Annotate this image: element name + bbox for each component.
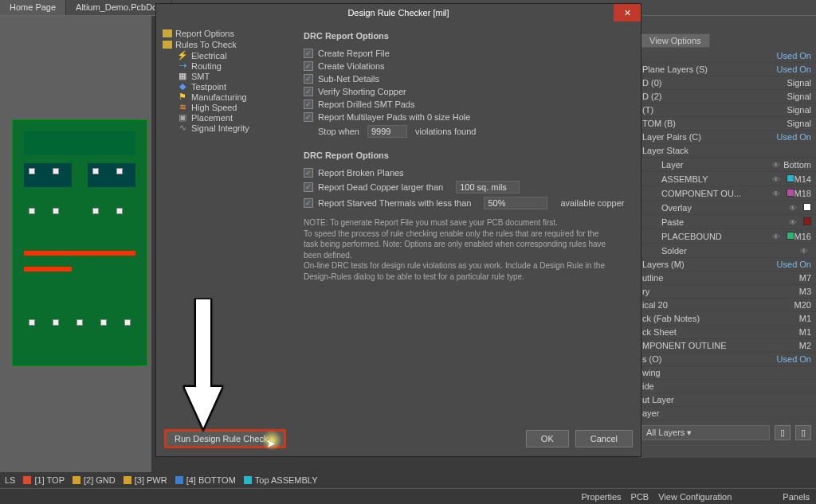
extra-item[interactable]: ayer — [642, 408, 659, 418]
eye-icon[interactable]: 👁 — [772, 189, 780, 198]
tree-report-options[interactable]: Report Options — [163, 28, 294, 39]
checkbox-create-report-file[interactable]: ✓ — [304, 49, 313, 58]
extra-item[interactable]: wing — [642, 368, 661, 377]
signal-label: Signal — [787, 105, 811, 115]
color-swatch — [175, 476, 183, 484]
group-t[interactable]: (T) — [642, 105, 653, 115]
tree-routing[interactable]: ⇢Routing — [163, 61, 294, 71]
tab-view-options[interactable]: View Options — [641, 33, 710, 48]
checkbox-report-multilayer[interactable]: ✓ — [304, 112, 313, 122]
eye-icon[interactable]: 👁 — [772, 175, 780, 184]
checkbox-report-drilled-smt[interactable]: ✓ — [304, 100, 313, 109]
extra-item[interactable]: ide — [642, 381, 654, 391]
color-swatch — [73, 476, 80, 484]
group-d0[interactable]: D (0) — [642, 78, 661, 88]
cursor-icon: ➤ — [266, 437, 276, 450]
misc-item[interactable]: ical 20 — [642, 300, 668, 310]
used-on-link[interactable]: Used On — [777, 51, 811, 61]
tree-signal-integrity[interactable]: ∿Signal Integrity — [163, 123, 294, 133]
status-bar: Properties PCB View Configuration Panels — [0, 488, 816, 504]
stack-item[interactable]: COMPONENT OU... — [661, 189, 741, 198]
ok-button[interactable]: OK — [526, 430, 569, 447]
checkbox-verify-shorting[interactable]: ✓ — [304, 87, 313, 96]
statusbar-view-config[interactable]: View Configuration — [658, 492, 732, 502]
close-button[interactable]: ✕ — [614, 4, 641, 21]
tree-testpoint[interactable]: ◆Testpoint — [163, 81, 294, 92]
folder-icon — [163, 29, 172, 37]
input-dead-copper-value[interactable]: 100 sq. mils — [456, 181, 520, 193]
group-layers-m[interactable]: Layers (M) — [642, 260, 685, 269]
layer-tab-pwr[interactable]: [3] PWR — [124, 475, 167, 485]
misc-item[interactable]: ry — [642, 287, 649, 296]
layer-set-action-2[interactable]: ▯ — [795, 425, 811, 440]
cancel-button[interactable]: Cancel — [575, 430, 633, 447]
color-swatch[interactable] — [803, 203, 811, 211]
statusbar-properties[interactable]: Properties — [581, 492, 621, 502]
run-drc-button[interactable]: Run Design Rule Check... ➤ — [164, 429, 286, 448]
input-starved-value[interactable]: 50% — [484, 197, 547, 209]
eye-icon[interactable]: 👁 — [772, 161, 780, 170]
label-available-copper: available copper — [560, 198, 624, 208]
note-text: NOTE: To generate Report File you must s… — [304, 211, 631, 282]
checkbox-report-starved-thermals[interactable]: ✓ — [304, 198, 313, 208]
used-on-link[interactable]: Used On — [777, 132, 811, 142]
layer-tab-gnd[interactable]: [2] GND — [73, 475, 116, 485]
layer-tab-bottom[interactable]: [4] BOTTOM — [175, 475, 236, 485]
extra-item[interactable]: ut Layer — [642, 395, 674, 404]
misc-item[interactable]: utline — [642, 273, 663, 283]
checkbox-subnet-details[interactable]: ✓ — [304, 74, 313, 84]
group-d2[interactable]: D (2) — [642, 92, 661, 101]
signal-icon: ∿ — [177, 123, 188, 133]
checkbox-report-broken-planes[interactable]: ✓ — [304, 168, 313, 178]
stack-item[interactable]: Overlay — [661, 203, 692, 213]
layer-set-select[interactable]: All Layers ▾ — [642, 425, 770, 440]
color-swatch[interactable] — [803, 217, 811, 225]
stack-item[interactable]: PLACEBOUND — [661, 232, 722, 241]
eye-icon[interactable]: 👁 — [772, 232, 780, 241]
routing-icon: ⇢ — [177, 61, 188, 71]
tree-placement[interactable]: ▣Placement — [163, 112, 294, 123]
input-stop-when-count[interactable]: 9999 — [367, 125, 407, 138]
dialog-titlebar[interactable]: Design Rule Checker [mil] ✕ — [156, 4, 641, 21]
color-swatch — [23, 476, 31, 484]
color-swatch[interactable] — [787, 232, 794, 240]
used-on-link[interactable]: Used On — [777, 354, 811, 364]
color-swatch[interactable] — [787, 189, 794, 197]
color-swatch — [124, 476, 131, 484]
group-layer-stack[interactable]: Layer Stack — [642, 146, 688, 155]
checkbox-report-dead-copper[interactable]: ✓ — [304, 182, 313, 192]
stack-item[interactable]: Paste — [661, 217, 684, 227]
tree-manufacturing[interactable]: ⚑Manufacturing — [163, 92, 294, 102]
label-report-multilayer: Report Multilayer Pads with 0 size Hole — [318, 112, 470, 122]
layer-tab-ls[interactable]: LS — [5, 475, 15, 485]
stack-item[interactable]: Solder — [661, 246, 687, 256]
tab-home[interactable]: Home Page — [0, 0, 66, 15]
layer-set-action-1[interactable]: ▯ — [775, 425, 790, 440]
tree-electrical[interactable]: ⚡Electrical — [163, 50, 294, 61]
used-on-link[interactable]: Used On — [777, 260, 811, 269]
statusbar-pcb[interactable]: PCB — [631, 492, 649, 502]
layer-tab-top[interactable]: [1] TOP — [23, 475, 65, 485]
group-plane-layers[interactable]: Plane Layers (S) — [642, 64, 708, 74]
checkbox-create-violations[interactable]: ✓ — [304, 61, 313, 71]
group-tom-b[interactable]: TOM (B) — [642, 119, 676, 128]
used-on-link[interactable]: Used On — [777, 64, 811, 74]
stack-item[interactable]: ASSEMBLY — [661, 174, 708, 184]
eye-icon[interactable]: 👁 — [789, 204, 797, 213]
misc-item[interactable]: ck (Fab Notes) — [642, 314, 700, 323]
misc-item[interactable]: ck Sheet — [642, 327, 677, 337]
misc-item[interactable]: MPONENT OUTLINE — [642, 341, 727, 350]
group-s-o[interactable]: s (O) — [642, 354, 661, 364]
eye-icon[interactable]: 👁 — [800, 247, 808, 256]
group-layer-pairs[interactable]: Layer Pairs (C) — [642, 132, 701, 142]
tree-smt[interactable]: ▦SMT — [163, 71, 294, 81]
color-swatch[interactable] — [787, 174, 794, 182]
pcb-board — [12, 119, 147, 366]
pcb-canvas[interactable] — [0, 16, 151, 472]
tree-rules-to-check[interactable]: Rules To Check — [163, 39, 294, 50]
placement-icon: ▣ — [177, 112, 188, 123]
statusbar-panels[interactable]: Panels — [783, 492, 810, 502]
tree-high-speed[interactable]: ≋High Speed — [163, 102, 294, 112]
eye-icon[interactable]: 👁 — [789, 218, 797, 227]
layer-tab-top-assembly[interactable]: Top ASSEMBLY — [244, 475, 318, 485]
